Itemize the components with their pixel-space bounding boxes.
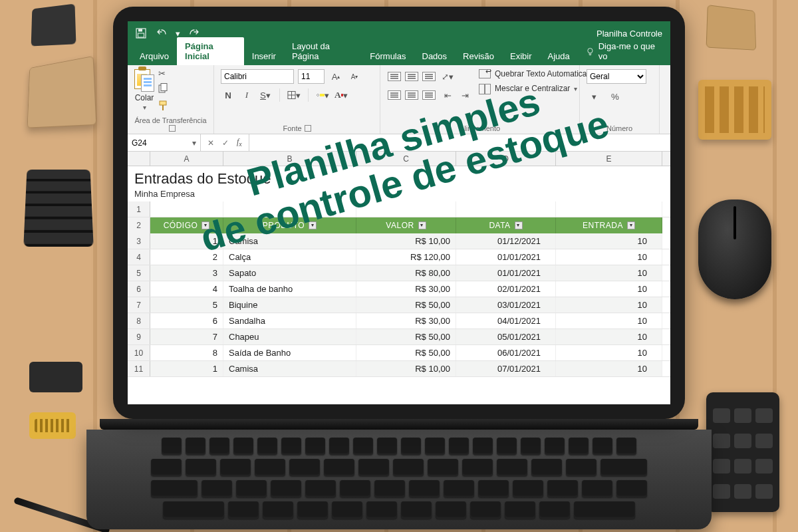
- format-painter-icon[interactable]: [158, 100, 169, 112]
- th-data[interactable]: DATA▾: [456, 217, 556, 233]
- filter-icon[interactable]: ▾: [627, 221, 635, 229]
- cell-produto[interactable]: Biquine: [223, 297, 356, 313]
- tab-inserir[interactable]: Inserir: [244, 47, 284, 65]
- paste-button[interactable]: Colar ▾: [134, 69, 154, 112]
- cell-produto[interactable]: Sapato: [223, 265, 356, 281]
- formula-bar-input[interactable]: [249, 134, 670, 151]
- tab-pagina-inicial[interactable]: Página Inicial: [177, 37, 244, 65]
- accounting-format-icon[interactable]: ▾: [587, 89, 601, 104]
- cut-icon[interactable]: ✂: [158, 69, 169, 78]
- undo-icon[interactable]: [156, 28, 166, 39]
- cell-codigo[interactable]: 5: [150, 297, 223, 313]
- cell-produto[interactable]: Camisa: [223, 361, 356, 376]
- col-header-d[interactable]: D: [456, 152, 556, 166]
- cell-valor[interactable]: R$ 50,00: [356, 297, 456, 313]
- cancel-formula-icon[interactable]: ✕: [207, 138, 214, 148]
- copy-icon[interactable]: [158, 83, 169, 95]
- row-header[interactable]: 11: [128, 361, 150, 376]
- cell-valor[interactable]: R$ 50,00: [356, 345, 456, 360]
- merge-dropdown-icon[interactable]: ▾: [574, 85, 577, 92]
- cell-data[interactable]: 04/01/2021: [456, 313, 556, 329]
- cell-valor[interactable]: R$ 10,00: [356, 233, 456, 249]
- cell-produto[interactable]: Chapeu: [223, 329, 356, 344]
- align-middle-icon[interactable]: [404, 69, 419, 84]
- row-header[interactable]: 5: [128, 265, 150, 281]
- cell-codigo[interactable]: 8: [150, 345, 223, 360]
- filter-icon[interactable]: ▾: [309, 221, 317, 229]
- name-box-dropdown-icon[interactable]: ▾: [192, 138, 196, 148]
- align-bottom-icon[interactable]: [422, 69, 436, 84]
- percent-format-icon[interactable]: %: [608, 89, 622, 104]
- increase-indent-icon[interactable]: ⇥: [458, 88, 472, 102]
- enter-formula-icon[interactable]: ✓: [222, 138, 229, 148]
- redo-icon[interactable]: [190, 28, 200, 39]
- th-entrada[interactable]: ENTRADA▾: [556, 217, 662, 233]
- cell-entrada[interactable]: 10: [556, 313, 662, 329]
- cell-entrada[interactable]: 10: [556, 249, 662, 265]
- row-header[interactable]: 10: [128, 345, 150, 360]
- cell-entrada[interactable]: 10: [556, 281, 662, 297]
- tab-layout[interactable]: Layout da Página: [284, 37, 362, 65]
- align-right-icon[interactable]: [422, 88, 436, 102]
- font-size-input[interactable]: [298, 69, 325, 84]
- cell-codigo[interactable]: 4: [150, 281, 223, 297]
- cell-codigo[interactable]: 1: [150, 361, 223, 376]
- cell-data[interactable]: 03/01/2021: [456, 297, 556, 313]
- save-icon[interactable]: [136, 28, 146, 39]
- cell-valor[interactable]: R$ 30,00: [356, 313, 456, 329]
- orientation-icon[interactable]: ⤢▾: [440, 69, 455, 84]
- align-center-icon[interactable]: [404, 88, 419, 102]
- cell-entrada[interactable]: 10: [556, 345, 662, 360]
- cell-codigo[interactable]: 2: [150, 249, 223, 265]
- tab-dados[interactable]: Dados: [414, 47, 456, 65]
- th-codigo[interactable]: CÓDIGO▾: [150, 217, 223, 233]
- th-valor[interactable]: VALOR▾: [356, 217, 456, 233]
- align-top-icon[interactable]: [387, 69, 402, 84]
- underline-button[interactable]: S▾: [258, 88, 273, 102]
- row-header[interactable]: 9: [128, 329, 150, 344]
- cell-data[interactable]: 06/01/2021: [456, 345, 556, 360]
- cell-data[interactable]: 02/01/2021: [456, 281, 556, 297]
- row-header[interactable]: 2: [128, 217, 150, 233]
- fx-icon[interactable]: fx: [237, 137, 242, 148]
- cell-codigo[interactable]: 1: [150, 233, 223, 249]
- cell-valor[interactable]: R$ 120,00: [356, 249, 456, 265]
- increase-font-icon[interactable]: A▴: [329, 69, 343, 84]
- cell-produto[interactable]: Calça: [223, 249, 356, 265]
- cell-entrada[interactable]: 10: [556, 265, 662, 281]
- clipboard-dialog-launcher[interactable]: [169, 125, 176, 132]
- col-header-c[interactable]: C: [356, 152, 456, 166]
- filter-icon[interactable]: ▾: [201, 221, 209, 229]
- undo-dropdown-icon[interactable]: ▾: [176, 29, 180, 39]
- col-header-a[interactable]: A: [150, 152, 223, 166]
- fill-color-icon[interactable]: ▾: [315, 88, 330, 102]
- paste-dropdown-icon[interactable]: ▾: [143, 104, 146, 111]
- tab-exibir[interactable]: Exibir: [502, 47, 540, 65]
- row-header[interactable]: 8: [128, 313, 150, 329]
- cell-codigo[interactable]: 7: [150, 329, 223, 344]
- font-color-icon[interactable]: A▾: [334, 88, 348, 102]
- cell-data[interactable]: 07/01/2021: [456, 361, 556, 376]
- col-header-e[interactable]: E: [556, 152, 662, 166]
- cell-valor[interactable]: R$ 10,00: [356, 361, 456, 376]
- cell-data[interactable]: 01/12/2021: [456, 233, 556, 249]
- row-header[interactable]: 6: [128, 281, 150, 297]
- decrease-font-icon[interactable]: A▾: [347, 69, 362, 84]
- align-left-icon[interactable]: [387, 88, 402, 102]
- tab-formulas[interactable]: Fórmulas: [362, 47, 414, 65]
- row-header[interactable]: 1: [128, 201, 150, 217]
- tab-revisao[interactable]: Revisão: [455, 47, 502, 65]
- cell-entrada[interactable]: 10: [556, 297, 662, 313]
- row-header[interactable]: 4: [128, 249, 150, 265]
- decrease-indent-icon[interactable]: ⇤: [440, 88, 455, 102]
- cell-entrada[interactable]: 10: [556, 233, 662, 249]
- cell-codigo[interactable]: 3: [150, 265, 223, 281]
- select-all-corner[interactable]: [128, 152, 150, 166]
- italic-button[interactable]: I: [239, 88, 254, 102]
- cell-valor[interactable]: R$ 30,00: [356, 281, 456, 297]
- cell-data[interactable]: 01/01/2021: [456, 249, 556, 265]
- row-header[interactable]: 3: [128, 233, 150, 249]
- cell-entrada[interactable]: 10: [556, 329, 662, 344]
- col-header-b[interactable]: B: [223, 152, 356, 166]
- cell-data[interactable]: 05/01/2021: [456, 329, 556, 344]
